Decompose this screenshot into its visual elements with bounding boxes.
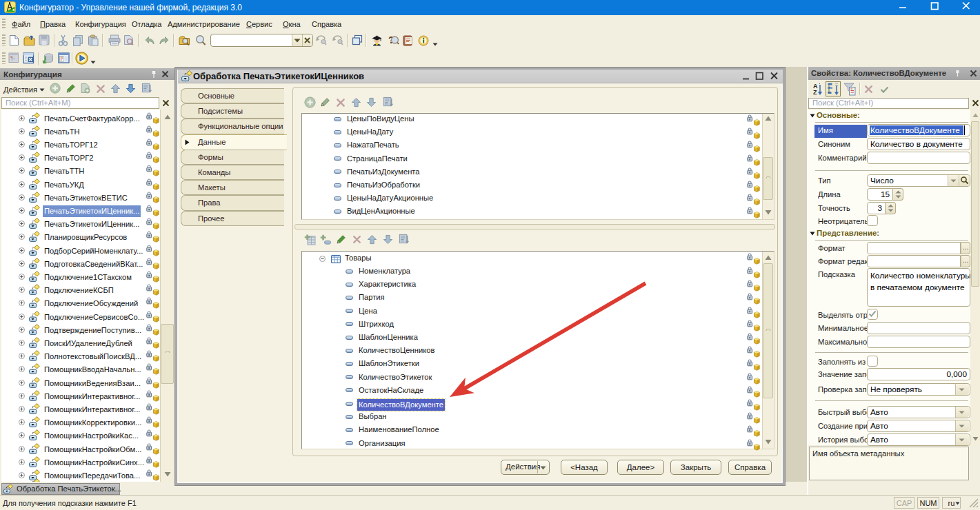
svg-text:Z: Z [813, 89, 817, 96]
